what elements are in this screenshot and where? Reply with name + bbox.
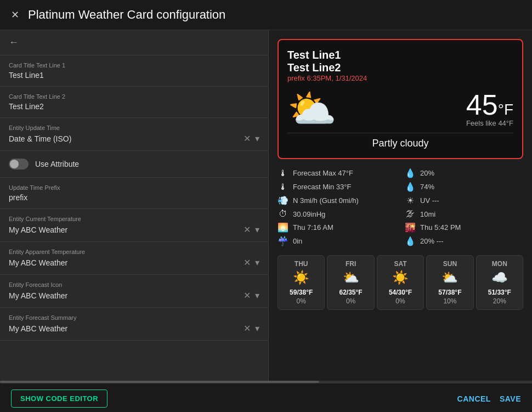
stat-row: 🌫 10mi bbox=[405, 209, 523, 219]
forecast-temps: 62/35°F bbox=[330, 289, 371, 296]
entity-forecast-icon-value[interactable]: My ABC Weather bbox=[9, 291, 67, 300]
chevron-down-icon[interactable]: ▾ bbox=[255, 323, 259, 334]
forecast-day: SAT ☀️ 54/30°F 0% bbox=[377, 255, 424, 310]
weather-stats: 🌡 Forecast Max 47°F 💧 20% 🌡 Forecast Min… bbox=[278, 168, 523, 246]
entity-update-time-field: Entity Update Time Date & Time (ISO) ✕ ▾ bbox=[0, 118, 268, 151]
entity-apparent-temp-row: My ABC Weather ✕ ▾ bbox=[9, 257, 259, 268]
rain-amount-value: 0in bbox=[293, 237, 302, 245]
card-condition: Partly cloudy bbox=[287, 133, 513, 149]
forecast-day-name: SUN bbox=[429, 260, 471, 268]
use-attribute-toggle-row: Use Attribute bbox=[0, 151, 268, 178]
precip-pct-value: 20% bbox=[420, 169, 434, 177]
humidity-value: 74% bbox=[420, 183, 434, 191]
sunrise-value: Thu 7:16 AM bbox=[293, 223, 333, 232]
entity-forecast-icon-icons: ✕ ▾ bbox=[244, 290, 259, 301]
entity-apparent-temp-value[interactable]: My ABC Weather bbox=[9, 258, 67, 267]
forecast-precip: 10% bbox=[429, 297, 471, 305]
card-title-line1-label: Card Title Text Line 1 bbox=[9, 62, 259, 69]
update-time-prefix-value[interactable]: prefix bbox=[9, 193, 259, 202]
back-icon: ← bbox=[9, 37, 19, 48]
forecast-precip: 0% bbox=[380, 297, 421, 305]
forecast-precip: 0% bbox=[280, 297, 322, 305]
entity-current-temp-row: My ABC Weather ✕ ▾ bbox=[9, 224, 259, 235]
chevron-down-icon[interactable]: ▾ bbox=[255, 290, 259, 301]
footer-actions: CANCEL SAVE bbox=[457, 394, 521, 403]
entity-current-temp-value[interactable]: My ABC Weather bbox=[9, 225, 67, 234]
scroll-indicator bbox=[0, 381, 532, 383]
forecast-day: MON ☁️ 51/33°F 20% bbox=[476, 255, 523, 310]
entity-forecast-summary-value[interactable]: My ABC Weather bbox=[9, 324, 67, 333]
entity-forecast-summary-icons: ✕ ▾ bbox=[244, 323, 259, 334]
update-time-prefix-field: Update Time Prefix prefix bbox=[0, 178, 268, 209]
card-feels-like: Feels like 44°F bbox=[466, 119, 513, 127]
save-button[interactable]: SAVE bbox=[500, 394, 521, 403]
humidity-icon: 💧 bbox=[405, 182, 416, 192]
entity-update-time-row: Date & Time (ISO) ✕ ▾ bbox=[9, 133, 259, 144]
stat-row: ☀ UV --- bbox=[405, 195, 523, 206]
stat-row: 💧 20% --- bbox=[405, 236, 523, 246]
card-title-line2-label: Card Title Text Line 2 bbox=[9, 93, 259, 100]
footer: SHOW CODE EDITOR CANCEL SAVE bbox=[0, 383, 532, 412]
uv-icon: ☀ bbox=[405, 195, 416, 206]
cancel-button[interactable]: CANCEL bbox=[457, 394, 491, 403]
pressure-value: 30.09inHg bbox=[293, 210, 325, 218]
stat-row: 💧 20% bbox=[405, 168, 523, 178]
entity-forecast-icon-field: Entity Forecast Icon My ABC Weather ✕ ▾ bbox=[0, 275, 268, 308]
clear-icon[interactable]: ✕ bbox=[244, 224, 251, 235]
rain-icon: 💧 bbox=[405, 168, 416, 178]
chevron-down-icon[interactable]: ▾ bbox=[255, 257, 259, 268]
snow-icon: 💧 bbox=[405, 236, 416, 246]
thermometer-icon: 🌡 bbox=[278, 168, 288, 178]
entity-current-temp-field: Entity Current Temperature My ABC Weathe… bbox=[0, 209, 268, 242]
rain-amount-icon: ☔ bbox=[278, 236, 288, 246]
show-code-editor-button[interactable]: SHOW CODE EDITOR bbox=[11, 390, 107, 408]
forecast-min-value: Forecast Min 33°F bbox=[293, 183, 351, 191]
entity-apparent-temp-field: Entity Apparent Temperature My ABC Weath… bbox=[0, 242, 268, 275]
stat-row: 🌅 Thu 7:16 AM bbox=[278, 222, 396, 233]
back-button[interactable]: ← bbox=[0, 30, 268, 55]
forecast-row: THU ☀️ 59/38°F 0% FRI ⛅ 62/35°F 0% SAT ☀… bbox=[278, 255, 523, 310]
weather-condition-icon: ⛅ bbox=[287, 89, 337, 128]
dialog-title: Platinum Weather Card configuration bbox=[28, 8, 225, 22]
thermometer-icon: 🌡 bbox=[278, 182, 288, 192]
dialog-header: ✕ Platinum Weather Card configuration bbox=[0, 0, 532, 30]
clear-icon[interactable]: ✕ bbox=[244, 290, 251, 301]
forecast-day-name: THU bbox=[280, 260, 322, 268]
forecast-day-icon: ☀️ bbox=[380, 270, 421, 285]
toggle-thumb bbox=[10, 160, 19, 168]
chevron-down-icon[interactable]: ▾ bbox=[255, 133, 259, 144]
sunrise-icon: 🌅 bbox=[278, 222, 288, 233]
card-title-line1-preview: Test Line1 bbox=[287, 49, 513, 61]
clear-icon[interactable]: ✕ bbox=[244, 133, 251, 144]
stat-row: 🌡 Forecast Min 33°F bbox=[278, 182, 396, 192]
forecast-precip: 0% bbox=[330, 297, 371, 305]
stat-row: 💨 N 3mi/h (Gust 0mi/h) bbox=[278, 195, 396, 206]
card-title-line1-field: Card Title Text Line 1 Test Line1 bbox=[0, 55, 268, 87]
entity-forecast-summary-field: Entity Forecast Summary My ABC Weather ✕… bbox=[0, 308, 268, 341]
forecast-day: FRI ⛅ 62/35°F 0% bbox=[327, 255, 374, 310]
entity-update-time-value[interactable]: Date & Time (ISO) bbox=[9, 134, 71, 143]
forecast-day: THU ☀️ 59/38°F 0% bbox=[278, 255, 325, 310]
entity-current-temp-label: Entity Current Temperature bbox=[9, 216, 259, 222]
entity-forecast-icon-row: My ABC Weather ✕ ▾ bbox=[9, 290, 259, 301]
entity-apparent-temp-label: Entity Apparent Temperature bbox=[9, 249, 259, 255]
forecast-day-name: MON bbox=[479, 260, 520, 268]
forecast-day-icon: ⛅ bbox=[429, 270, 471, 285]
card-temp-section: 45°F Feels like 44°F bbox=[466, 91, 513, 127]
use-attribute-label: Use Attribute bbox=[35, 160, 79, 168]
entity-current-temp-icons: ✕ ▾ bbox=[244, 224, 259, 235]
card-title-line2-value[interactable]: Test Line2 bbox=[9, 102, 259, 111]
pressure-icon: ⏱ bbox=[278, 209, 288, 219]
forecast-temps: 54/30°F bbox=[380, 289, 421, 296]
card-title-line1-value[interactable]: Test Line1 bbox=[9, 71, 259, 80]
clear-icon[interactable]: ✕ bbox=[244, 323, 251, 334]
close-icon[interactable]: ✕ bbox=[11, 9, 19, 21]
forecast-day-icon: ⛅ bbox=[330, 270, 371, 285]
chevron-down-icon[interactable]: ▾ bbox=[255, 224, 259, 235]
use-attribute-toggle[interactable] bbox=[9, 159, 29, 170]
wind-value: N 3mi/h (Gust 0mi/h) bbox=[293, 196, 359, 205]
clear-icon[interactable]: ✕ bbox=[244, 257, 251, 268]
forecast-day-name: SAT bbox=[380, 260, 421, 268]
stat-row: 🌡 Forecast Max 47°F bbox=[278, 168, 396, 178]
uv-value: UV --- bbox=[420, 196, 439, 205]
